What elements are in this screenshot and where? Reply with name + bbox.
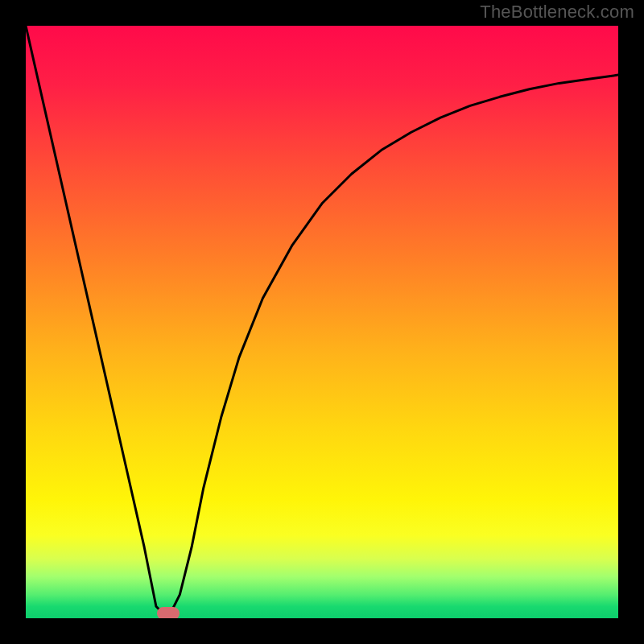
chart-frame: TheBottleneck.com (0, 0, 644, 644)
plot-area (26, 26, 618, 618)
watermark-text: TheBottleneck.com (480, 2, 634, 23)
curve-layer (26, 26, 618, 618)
bottleneck-curve-path (26, 26, 618, 618)
optimal-point-marker (157, 607, 180, 618)
